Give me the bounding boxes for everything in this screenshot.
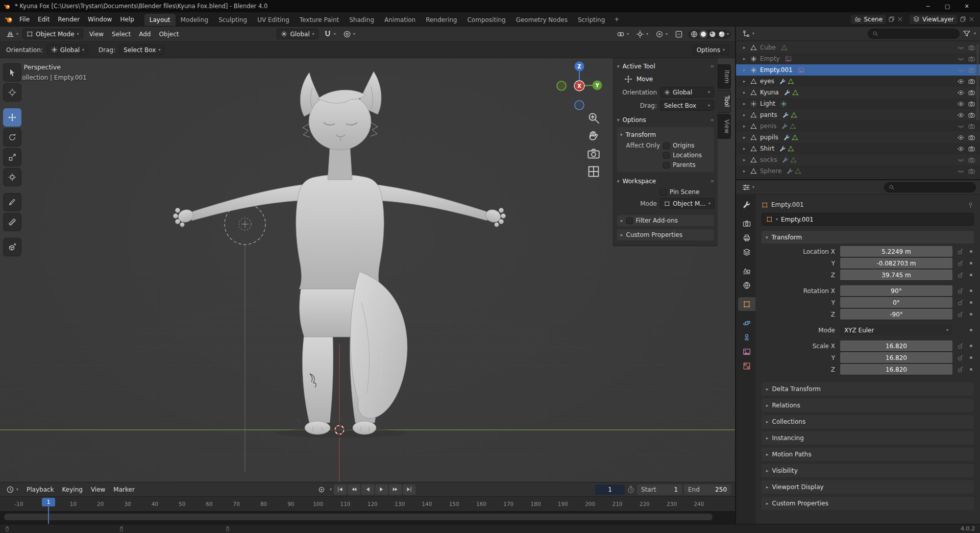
minimize-button[interactable]: ─	[919, 3, 937, 10]
jump-end-button[interactable]	[403, 484, 415, 495]
sidebar-tab-tool[interactable]: Tool	[718, 90, 731, 112]
custom-properties-panel[interactable]: ▸ Custom Properties	[617, 229, 714, 240]
outliner-row-pupils[interactable]: ▸pupils	[736, 132, 980, 143]
object-name[interactable]: eyes	[760, 78, 774, 85]
rotation-x-value-field[interactable]: 90°	[840, 285, 952, 296]
camera-render-toggle[interactable]	[967, 123, 976, 130]
tool-select-box-button[interactable]	[3, 63, 21, 82]
empty-object-gizmo[interactable]	[225, 204, 265, 472]
properties-tab-view-layer[interactable]	[738, 245, 755, 259]
disclosure-triangle[interactable]: ▸	[743, 146, 748, 151]
camera-view-button[interactable]	[587, 147, 600, 160]
tool-cursor-button[interactable]	[3, 83, 21, 102]
affect-parents-checkbox[interactable]: Parents	[663, 161, 711, 168]
breadcrumb-object-name[interactable]: Empty.001	[771, 201, 804, 208]
object-name[interactable]: pupils	[760, 134, 778, 141]
disclosure-triangle[interactable]: ▸	[743, 135, 748, 140]
options-dropdown[interactable]: Options▾	[693, 44, 729, 55]
properties-tab-object-data[interactable]	[738, 345, 755, 358]
properties-editor-type-button[interactable]: ▾	[740, 182, 756, 192]
tool-transform-button[interactable]	[3, 168, 21, 186]
eye-open-toggle[interactable]	[957, 78, 965, 85]
menu-window[interactable]: Window	[84, 14, 116, 25]
timeline-menu-marker[interactable]: Marker	[109, 484, 138, 495]
y-value-field[interactable]: -0.082703 m	[840, 258, 952, 269]
disclosure-triangle[interactable]: ▸	[743, 90, 748, 95]
xray-toggle[interactable]	[673, 29, 685, 39]
object-name[interactable]: Cube	[760, 44, 776, 51]
shading-solid-button[interactable]	[699, 30, 707, 38]
object-name[interactable]: Sphere	[760, 167, 781, 175]
tool-add-cube-button[interactable]	[3, 238, 21, 256]
properties-tab-output[interactable]	[738, 231, 755, 245]
panel-visibility[interactable]: ▸Visibility	[762, 464, 974, 477]
shading-material-button[interactable]	[708, 30, 717, 38]
object-name-field[interactable]: ▾ Empty.001	[762, 213, 974, 226]
properties-search-input[interactable]	[897, 184, 971, 191]
drag-dropdown[interactable]: Select Box▾	[119, 44, 164, 55]
workspace-tab-rendering[interactable]: Rendering	[421, 14, 462, 26]
camera-render-toggle[interactable]	[967, 134, 976, 141]
eye-open-toggle[interactable]	[957, 134, 965, 141]
remove-viewlayer-button[interactable]	[968, 16, 975, 22]
pan-hand-button[interactable]	[587, 129, 600, 142]
object-name[interactable]: Kyuna	[760, 89, 779, 96]
workspace-tab-shading[interactable]: Shading	[344, 14, 379, 26]
viewport-menu-object[interactable]: Object	[155, 29, 183, 40]
new-scene-button[interactable]	[888, 16, 895, 22]
animate-property-dot[interactable]	[968, 313, 974, 316]
y-value-field[interactable]: 16.820	[840, 352, 952, 363]
lock-icon[interactable]	[955, 299, 965, 306]
eye-closed-toggle[interactable]	[957, 157, 965, 163]
lock-icon[interactable]	[955, 260, 965, 266]
outliner-row-empty-001[interactable]: ▸Empty.001	[736, 64, 980, 76]
properties-tab-physics[interactable]	[738, 316, 755, 330]
snap-toggle[interactable]: ▾	[322, 29, 338, 39]
maximize-button[interactable]: ▢	[938, 3, 957, 10]
active-tool-panel-header[interactable]: ▾ Active Tool ≡	[617, 60, 714, 72]
workspace-panel-header[interactable]: ▾ Workspace ≡	[617, 175, 714, 187]
outliner-row-penis[interactable]: ▸penis	[736, 120, 980, 132]
auto-keying-button[interactable]	[315, 484, 328, 495]
panel-relations[interactable]: ▸Relations	[762, 399, 974, 412]
workspace-tab-compositing[interactable]: Compositing	[462, 14, 510, 26]
timeline-editor-type-button[interactable]: ▾	[4, 484, 20, 495]
shading-rendered-button[interactable]	[718, 30, 726, 38]
blender-menu-icon[interactable]	[5, 15, 13, 23]
outliner-search[interactable]	[868, 29, 960, 39]
animate-property-dot[interactable]	[968, 250, 974, 253]
lock-icon[interactable]	[955, 248, 965, 255]
play-reverse-button[interactable]	[361, 484, 374, 495]
animate-property-dot[interactable]	[968, 368, 974, 371]
eye-closed-toggle[interactable]	[957, 56, 965, 62]
animate-property-dot[interactable]	[968, 356, 974, 359]
pin-scene-checkbox[interactable]: Pin Scene	[660, 188, 715, 196]
eye-closed-toggle[interactable]	[957, 44, 965, 51]
outliner-row-socks[interactable]: ▸socks	[736, 154, 980, 165]
z-value-field[interactable]: 16.820	[840, 364, 952, 375]
mode-dropdown[interactable]: XYZ Euler▾	[840, 325, 952, 335]
close-button[interactable]: ✕	[958, 3, 976, 10]
camera-render-toggle[interactable]	[967, 112, 976, 118]
disclosure-triangle[interactable]: ▸	[743, 124, 748, 129]
next-keyframe-button[interactable]	[389, 484, 402, 495]
workspace-tab-scripting[interactable]: Scripting	[573, 14, 610, 26]
timeline-track[interactable]	[0, 511, 735, 524]
eye-open-toggle[interactable]	[957, 146, 965, 152]
jump-start-button[interactable]	[334, 484, 347, 495]
camera-render-toggle[interactable]	[967, 78, 976, 85]
tool-measure-button[interactable]	[3, 213, 21, 231]
properties-tab-object[interactable]	[738, 297, 755, 311]
tool-orientation-dropdown[interactable]: Global▾	[47, 44, 88, 55]
perspective-toggle-button[interactable]	[587, 165, 600, 178]
y-value-field[interactable]: 0°	[840, 297, 952, 308]
outliner-row-sphere[interactable]: ▸Sphere	[736, 165, 980, 177]
panel-motion-paths[interactable]: ▸Motion Paths	[762, 448, 974, 461]
z-value-field[interactable]: -90°	[840, 309, 952, 320]
viewport-menu-view[interactable]: View	[85, 29, 108, 40]
tool-rotate-button[interactable]	[3, 128, 21, 147]
disclosure-triangle[interactable]: ▸	[743, 112, 748, 117]
timeline-menu-playback[interactable]: Playback	[22, 484, 58, 495]
eye-closed-toggle[interactable]	[957, 168, 965, 175]
animate-property-dot[interactable]	[968, 329, 974, 331]
